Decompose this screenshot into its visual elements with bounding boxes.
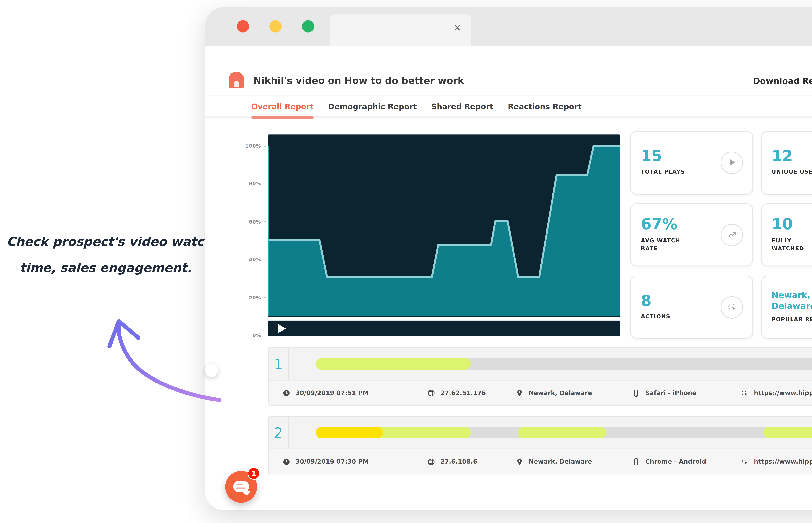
click-icon [721, 296, 743, 318]
report-header: Nikhil's video on How to do better work … [205, 65, 812, 96]
tab-demographic-report[interactable]: Demographic Report [328, 96, 417, 116]
viewed-time: 30/09/2019 07:30 PM [282, 457, 427, 465]
left-arrow-head [109, 321, 138, 346]
zoom-button[interactable] [302, 20, 314, 33]
tab-overall-report[interactable]: Overall Report [251, 96, 314, 116]
stat-label: UNIQUE USERS [772, 168, 812, 177]
watched-segment [316, 427, 383, 438]
viewer-device: Chrome - Android [632, 457, 741, 465]
close-button[interactable] [237, 20, 249, 33]
stat-card-unique-users: 12UNIQUE USERS [761, 131, 812, 194]
watched-segment [518, 427, 606, 438]
pin-icon [516, 457, 523, 465]
pin-icon [516, 389, 523, 397]
globe-icon [427, 457, 435, 465]
viewer-source[interactable]: https://www.hippovideo.io/... [741, 457, 812, 465]
click-icon [727, 302, 737, 312]
left-arrow [119, 323, 220, 400]
y-axis-label: 0% [231, 332, 266, 339]
viewer-location: Newark, Delaware [516, 457, 632, 465]
stat-label: FULLY WATCHED [772, 236, 812, 253]
arrow-anchor-dot [205, 364, 218, 377]
stat-value: 12 [772, 149, 812, 164]
hippo-video-logo-icon [229, 72, 244, 88]
annotation-left-line1: Check prospect's video watch [0, 232, 219, 252]
play-icon [721, 151, 743, 174]
stats-grid: 15TOTAL PLAYS12UNIQUE USERS67%AVG WATCH … [630, 131, 812, 339]
stat-card-total-plays: 15TOTAL PLAYS [630, 131, 753, 194]
tab-close-icon[interactable]: ✕ [453, 23, 461, 33]
viewer-ip: 27.62.51.176 [427, 389, 516, 397]
report-tabs: Overall ReportDemographic ReportShared R… [205, 96, 812, 118]
watch-progress-bar [316, 427, 812, 438]
browser-window: ✕ Nikhil's video on How to do better wor… [205, 7, 812, 510]
play-icon [727, 158, 737, 167]
page-title: Nikhil's video on How to do better work [254, 75, 464, 86]
watched-segment [763, 427, 812, 438]
viewer-location: Newark, Delaware [516, 389, 632, 397]
stat-card-popular-region: Newark, DelawarePOPULAR REGION [761, 275, 812, 339]
minimize-button[interactable] [270, 20, 282, 33]
annotation-left-line2: time, sales engagement. [13, 258, 198, 278]
viewed-time: 30/09/2019 07:51 PM [282, 389, 427, 397]
watch-progress-bar [316, 358, 812, 369]
download-report-label: Download Report [753, 76, 812, 86]
stat-value: Newark, Delaware [772, 290, 812, 312]
tab-shared-report[interactable]: Shared Report [431, 96, 494, 116]
y-axis-label: 20% [231, 294, 266, 302]
phone-icon [632, 457, 640, 465]
y-axis-label: 60% [231, 218, 266, 226]
globe-icon [427, 389, 435, 397]
viewer-rank: 1 [269, 348, 289, 380]
y-axis-label: 100% [231, 142, 266, 150]
tab-reactions-report[interactable]: Reactions Report [508, 96, 582, 116]
trend-icon [721, 224, 743, 246]
stat-value: 10 [772, 217, 812, 232]
click-icon [741, 389, 749, 397]
browser-tab[interactable]: ✕ [329, 14, 471, 47]
stat-label: POPULAR REGION [772, 315, 812, 324]
stat-card-actions: 8ACTIONS [630, 275, 753, 339]
annotation-left: Check prospect's video watch time, sales… [0, 232, 211, 278]
clock-icon [282, 457, 290, 465]
viewer-source[interactable]: https://www.hippovideo.io/... [741, 389, 812, 397]
viewer-row[interactable]: 251%30/09/2019 07:30 PM27.6.108.6Newark,… [268, 416, 812, 474]
watched-segment [316, 358, 471, 369]
viewer-ip: 27.6.108.6 [427, 457, 516, 465]
page: Check prospect's video watch time, sales… [0, 0, 812, 523]
play-button[interactable] [274, 318, 296, 336]
notification-badge: 1 [248, 467, 260, 480]
clock-icon [282, 389, 290, 397]
stat-card-avg-watch-rate: 67%AVG WATCH RATE [630, 203, 753, 267]
y-axis-label: 80% [231, 180, 266, 188]
viewer-row[interactable]: 117%30/09/2019 07:51 PM27.62.51.176Newar… [268, 347, 812, 406]
download-report-button[interactable]: Download Report [753, 76, 812, 86]
chat-widget-button[interactable]: 1 [225, 471, 257, 503]
browser-toolbar [205, 46, 812, 64]
browser-chrome-bar: ✕ [205, 7, 812, 47]
viewer-rank: 2 [269, 417, 289, 448]
stat-card-fully-watched: 10FULLY WATCHED [761, 203, 812, 267]
click-icon [741, 457, 749, 465]
phone-icon [632, 389, 640, 397]
viewer-device: Safari - iPhone [632, 389, 741, 397]
trend-icon [727, 230, 737, 240]
watch-heatmap-chart [268, 134, 620, 336]
y-axis-label: 40% [231, 256, 266, 264]
video-player[interactable] [268, 134, 620, 336]
